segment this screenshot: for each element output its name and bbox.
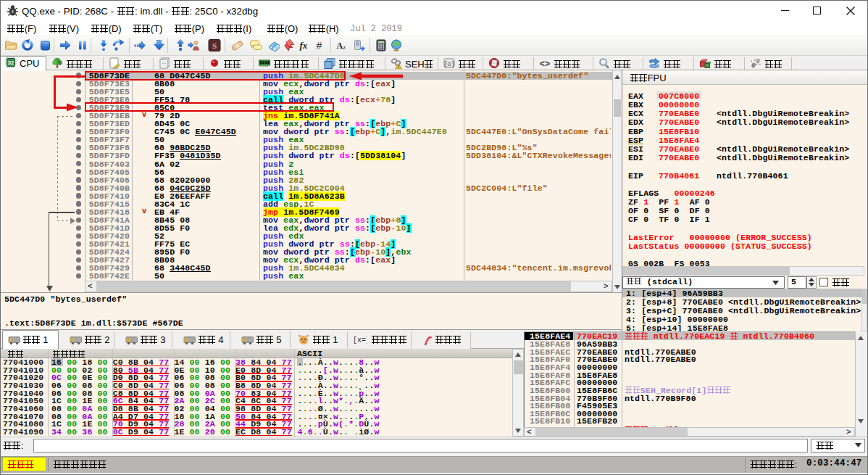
svg-text:{o}: {o}: [443, 61, 455, 68]
svg-text:S: S: [212, 41, 217, 50]
svg-text:[x=]: [x=]: [353, 336, 367, 344]
svg-text:32: 32: [8, 59, 14, 66]
svg-text:#: #: [317, 40, 322, 51]
svg-text:<>: <>: [540, 59, 550, 70]
svg-text:z: z: [343, 44, 346, 51]
svg-text:fx: fx: [300, 40, 308, 51]
svg-text:A: A: [337, 41, 343, 51]
